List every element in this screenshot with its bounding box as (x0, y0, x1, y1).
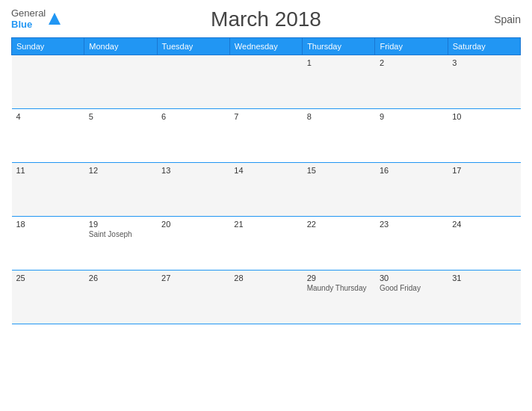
calendar-cell (157, 55, 229, 109)
calendar-cell: 29Maundy Thursday (303, 271, 375, 324)
day-number: 7 (234, 112, 297, 121)
day-number: 19 (89, 220, 152, 229)
day-number: 24 (452, 220, 516, 229)
col-friday: Friday (375, 38, 448, 55)
calendar-cell: 25 (12, 271, 84, 324)
logo-blue: Blue (11, 19, 46, 30)
calendar-cell: 6 (157, 109, 229, 163)
day-number: 17 (452, 166, 516, 175)
calendar-cell: 18 (12, 217, 84, 271)
day-number: 3 (452, 58, 516, 67)
calendar-cell: 27 (157, 271, 229, 324)
calendar-body: 12345678910111213141516171819Saint Josep… (12, 55, 521, 324)
page-title: March 2018 (211, 7, 321, 31)
calendar-cell: 10 (448, 109, 520, 163)
day-number: 27 (161, 274, 225, 282)
calendar-cell (229, 55, 302, 109)
day-number: 25 (16, 274, 80, 282)
calendar-cell: 2 (375, 55, 448, 109)
calendar-cell: 21 (229, 217, 302, 271)
col-saturday: Saturday (448, 38, 520, 55)
calendar-cell: 30Good Friday (375, 271, 448, 324)
calendar-week-2: 45678910 (12, 109, 521, 163)
calendar-cell: 4 (12, 109, 84, 163)
calendar-cell: 15 (303, 163, 375, 217)
calendar-cell (12, 55, 84, 109)
svg-marker-0 (49, 13, 61, 25)
calendar-cell: 3 (448, 55, 520, 109)
calendar-cell: 14 (229, 163, 302, 217)
calendar-cell: 26 (84, 271, 157, 324)
calendar-cell: 11 (12, 163, 84, 217)
day-number: 9 (380, 112, 443, 121)
event-label: Saint Joseph (89, 230, 152, 238)
day-number: 31 (452, 274, 516, 282)
weekday-header-row: Sunday Monday Tuesday Wednesday Thursday… (12, 38, 521, 55)
calendar-week-1: 123 (12, 55, 521, 109)
day-number: 30 (380, 274, 443, 282)
day-number: 10 (452, 112, 516, 121)
calendar-cell: 31 (448, 271, 520, 324)
day-number: 13 (161, 166, 225, 175)
day-number: 18 (16, 220, 80, 229)
calendar-cell: 1 (303, 55, 375, 109)
calendar-cell: 12 (84, 163, 157, 217)
col-monday: Monday (84, 38, 157, 55)
day-number: 23 (380, 220, 443, 229)
calendar-table: Sunday Monday Tuesday Wednesday Thursday… (11, 37, 521, 324)
col-wednesday: Wednesday (229, 38, 302, 55)
day-number: 14 (234, 166, 297, 175)
calendar-cell: 28 (229, 271, 302, 324)
day-number: 1 (307, 58, 371, 67)
calendar-week-5: 2526272829Maundy Thursday30Good Friday31 (12, 271, 521, 324)
day-number: 4 (16, 112, 80, 121)
calendar-cell: 24 (448, 217, 520, 271)
calendar-cell: 9 (375, 109, 448, 163)
logo-icon (47, 11, 62, 26)
page: General Blue March 2018 Spain Sunday Mon… (0, 0, 532, 411)
country-label: Spain (494, 13, 521, 25)
header: General Blue March 2018 Spain (11, 7, 521, 31)
day-number: 2 (380, 58, 443, 67)
day-number: 26 (89, 274, 152, 282)
day-number: 29 (307, 274, 371, 282)
calendar-cell: 13 (157, 163, 229, 217)
day-number: 6 (161, 112, 225, 121)
calendar-header: Sunday Monday Tuesday Wednesday Thursday… (12, 38, 521, 55)
col-thursday: Thursday (303, 38, 375, 55)
calendar-cell: 7 (229, 109, 302, 163)
calendar-cell: 19Saint Joseph (84, 217, 157, 271)
day-number: 22 (307, 220, 371, 229)
day-number: 8 (307, 112, 371, 121)
calendar-cell (84, 55, 157, 109)
event-label: Good Friday (380, 284, 443, 292)
calendar-week-3: 11121314151617 (12, 163, 521, 217)
col-sunday: Sunday (12, 38, 84, 55)
calendar-cell: 16 (375, 163, 448, 217)
day-number: 12 (89, 166, 152, 175)
logo: General Blue (11, 7, 62, 30)
event-label: Maundy Thursday (307, 284, 371, 292)
calendar-cell: 23 (375, 217, 448, 271)
calendar-cell: 8 (303, 109, 375, 163)
day-number: 20 (161, 220, 225, 229)
calendar-week-4: 1819Saint Joseph2021222324 (12, 217, 521, 271)
day-number: 28 (234, 274, 297, 282)
logo-general: General (11, 7, 46, 19)
calendar-cell: 22 (303, 217, 375, 271)
col-tuesday: Tuesday (157, 38, 229, 55)
day-number: 16 (380, 166, 443, 175)
calendar-cell: 17 (448, 163, 520, 217)
day-number: 5 (89, 112, 152, 121)
calendar-cell: 20 (157, 217, 229, 271)
day-number: 21 (234, 220, 297, 229)
calendar-cell: 5 (84, 109, 157, 163)
logo-text: General Blue (11, 7, 46, 30)
day-number: 11 (16, 166, 80, 175)
day-number: 15 (307, 166, 371, 175)
